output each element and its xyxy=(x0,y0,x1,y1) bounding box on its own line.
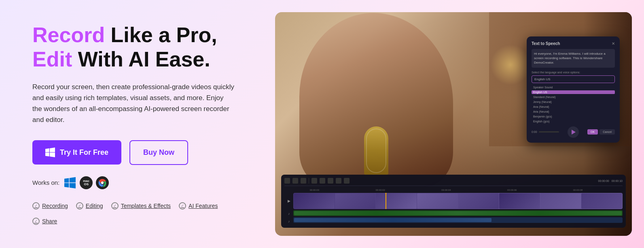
dialog-option-3[interactable]: Standard (Neural) xyxy=(532,95,615,99)
video-track[interactable] xyxy=(293,193,623,209)
macos-os-icon: macOS xyxy=(80,176,93,189)
dialog-cancel-button[interactable]: Cancel xyxy=(600,129,615,135)
hero-section: Record Like a Pro, Edit With AI Ease. Re… xyxy=(0,0,644,248)
timeline-duration: 00:00:10 xyxy=(612,180,623,182)
video-thumb-2 xyxy=(335,193,376,209)
dialog-controls: 0:00 xyxy=(532,130,559,133)
chrome-os-icon xyxy=(96,176,109,189)
audio-track-2[interactable] xyxy=(293,217,623,223)
dialog-title-bar: Text to Speech ✕ xyxy=(532,41,615,46)
check-icon-share: ✓ xyxy=(32,218,40,225)
tts-dialog: Text to Speech ✕ Hi everyone, I'm Emma W… xyxy=(527,36,620,143)
feature-link-recording[interactable]: ✓ Recording xyxy=(32,202,68,210)
dialog-ok-button[interactable]: OK xyxy=(587,129,598,135)
headline-rest1: Like a Pro, xyxy=(105,23,217,47)
feature-link-share[interactable]: ✓ Share xyxy=(32,218,57,225)
dialog-option-5[interactable]: Ana (Neural) xyxy=(532,105,615,109)
timeline-tool-2[interactable] xyxy=(292,178,298,184)
time-ruler: 00:00:00 00:00:02 00:00:04 00:00:06 00:0… xyxy=(293,188,623,192)
time-4: 00:00:04 xyxy=(441,189,451,191)
dialog-option-8[interactable]: English (gcs) xyxy=(532,120,615,123)
time-8: 00:00:08 xyxy=(573,189,583,191)
track-icons-column: ▶ ♪ ♪ xyxy=(284,188,293,224)
timeline-tool-1[interactable] xyxy=(284,178,290,184)
timeline-tool-7[interactable] xyxy=(336,178,341,184)
hero-description: Record your screen, then create professi… xyxy=(32,81,235,126)
tracks-container: ▶ ♪ ♪ xyxy=(284,188,623,224)
feature-label-editing: Editing xyxy=(86,203,103,209)
main-track-area: 00:00:00 00:00:02 00:00:04 00:00:06 00:0… xyxy=(293,188,623,224)
feature-link-ai[interactable]: ✓ AI Features xyxy=(179,202,218,210)
audio-waveform-2 xyxy=(294,218,491,222)
mic-grill xyxy=(366,128,386,173)
feature-links-group: ✓ Recording ✓ Editing ✓ Templates & Effe… xyxy=(32,202,235,225)
hero-scene: Text to Speech ✕ Hi everyone, I'm Emma W… xyxy=(275,12,632,236)
dialog-text-content: Hi everyone, I'm Emma Williams. I will i… xyxy=(532,49,615,68)
works-on-row: Works on: macOS xyxy=(32,176,235,189)
dialog-option-2[interactable]: English US xyxy=(532,90,615,94)
timeline-editor: 00:00:00 00:00:10 ▶ ♪ xyxy=(281,175,626,228)
feature-link-editing[interactable]: ✓ Editing xyxy=(76,202,103,210)
video-thumb-8 xyxy=(581,193,622,209)
video-thumb-7 xyxy=(540,193,581,209)
video-thumb-6 xyxy=(499,193,540,209)
dialog-option-4[interactable]: Jenny (Neural) xyxy=(532,100,615,104)
headline-record: Record xyxy=(32,23,105,47)
headline-rest2: With AI Ease. xyxy=(72,47,210,71)
dialog-progress-bar[interactable] xyxy=(539,131,559,133)
time-0: 00:00:00 xyxy=(310,189,319,191)
timeline-tool-4[interactable] xyxy=(311,178,317,184)
timeline-tool-3[interactable] xyxy=(301,178,306,184)
dialog-option-6[interactable]: Aria (Neural) xyxy=(532,110,615,113)
ruler-space xyxy=(284,188,293,192)
timeline-tool-8[interactable] xyxy=(344,178,350,184)
timeline-toolbar: 00:00:00 00:00:10 xyxy=(284,178,623,186)
audio-track-icon-2: ♪ xyxy=(284,218,293,224)
video-thumb-4 xyxy=(417,193,458,209)
headline-edit: Edit xyxy=(32,47,72,71)
check-icon-templates: ✓ xyxy=(111,202,119,210)
check-icon-editing: ✓ xyxy=(76,202,83,210)
video-thumb-3 xyxy=(376,193,417,209)
main-headline: Record Like a Pro, Edit With AI Ease. xyxy=(32,23,235,72)
dialog-option-1[interactable]: Speaker Sound xyxy=(532,86,615,89)
try-free-button[interactable]: Try It For Free xyxy=(32,140,121,165)
audio-track-1[interactable] xyxy=(293,210,623,216)
microphone xyxy=(364,126,388,175)
check-icon-ai: ✓ xyxy=(179,202,186,210)
dialog-option-7[interactable]: Benjamin (gcs) xyxy=(532,115,615,118)
windows-icon xyxy=(45,148,55,157)
timeline-tool-5[interactable] xyxy=(320,178,325,184)
playhead[interactable] xyxy=(386,193,386,209)
dialog-play-button[interactable] xyxy=(568,126,579,138)
feature-label-recording: Recording xyxy=(42,203,68,209)
feature-label-share: Share xyxy=(42,218,57,224)
timeline-divider-1 xyxy=(309,178,309,184)
buy-now-button[interactable]: Buy Now xyxy=(129,140,188,165)
works-on-label: Works on: xyxy=(32,179,59,186)
feature-label-templates: Templates & Effects xyxy=(121,203,171,209)
macos-label: macOS xyxy=(83,180,89,186)
playhead-head xyxy=(384,193,388,194)
time-2: 00:00:02 xyxy=(376,189,385,191)
dialog-language-select[interactable]: English US xyxy=(532,75,615,83)
dialog-time: 0:00 xyxy=(532,130,537,133)
dialog-action-buttons: OK Cancel xyxy=(587,129,615,135)
cta-buttons-group: Try It For Free Buy Now xyxy=(32,140,235,165)
dialog-close-icon[interactable]: ✕ xyxy=(612,41,615,46)
video-thumb-1 xyxy=(294,193,335,209)
timeline-zoom-label: 00:00:00 xyxy=(598,180,609,182)
video-track-icon: ▶ xyxy=(284,193,293,209)
audio-waveform-1 xyxy=(294,211,622,215)
lamp-glow xyxy=(490,45,531,85)
time-6: 00:00:06 xyxy=(507,189,517,191)
video-thumb-5 xyxy=(458,193,499,209)
feature-label-ai: AI Features xyxy=(189,203,218,209)
dialog-select-label: Select the language and voice options: xyxy=(532,71,615,74)
dialog-options-list: Speaker Sound English US Standard (Neura… xyxy=(532,86,615,123)
check-icon-recording: ✓ xyxy=(32,202,40,210)
timeline-tool-6[interactable] xyxy=(328,178,333,184)
audio-track-icon: ♪ xyxy=(284,210,293,217)
feature-link-templates[interactable]: ✓ Templates & Effects xyxy=(111,202,171,210)
left-content: Record Like a Pro, Edit With AI Ease. Re… xyxy=(0,0,267,248)
